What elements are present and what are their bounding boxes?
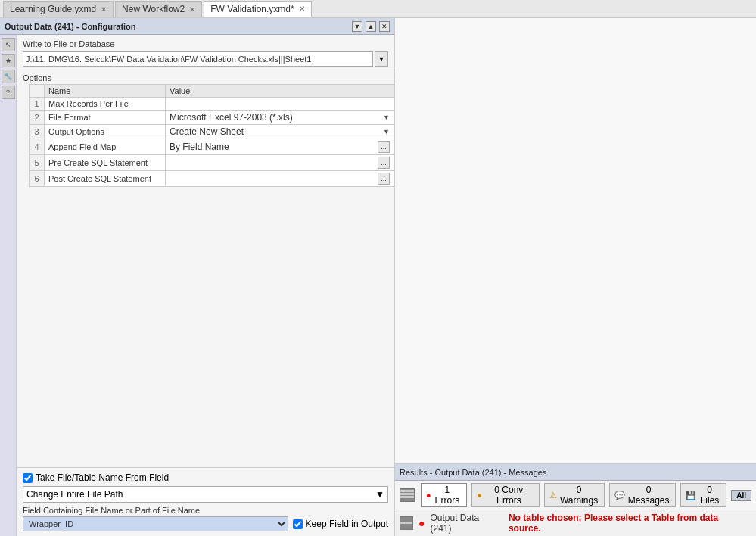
row-value[interactable]: Create New Sheet▼ (166, 125, 394, 139)
message-error-dot: ● (418, 517, 425, 529)
take-file-row: Take File/Table Name From Field (23, 472, 388, 483)
row-name: Max Records Per File (45, 98, 166, 111)
message-text: No table chosen; Please select a Table f… (509, 513, 751, 534)
take-file-checkbox[interactable] (23, 473, 33, 483)
options-table-row: 3Output OptionsCreate New Sheet▼ (30, 125, 394, 139)
results-toolbar: ● 1 Errors ● 0 Conv Errors ⚠ 0 Warnings … (395, 481, 756, 510)
file-path-dropdown[interactable]: ▼ (375, 51, 388, 67)
options-table-row: 4Append Field MapBy Field Name... (30, 139, 394, 155)
row-name: Post Create SQL Statement (45, 171, 166, 187)
write-label: Write to File or Database (23, 39, 388, 48)
results-message-row: ● Output Data (241) No table chosen; Ple… (395, 510, 756, 536)
bottom-section: Take File/Table Name From Field Change E… (17, 467, 394, 536)
tab-close-fwvalidation[interactable]: ✕ (299, 5, 305, 13)
panel-controls: ▼ ▲ ✕ (352, 21, 390, 32)
row-name: Pre Create SQL Statement (45, 155, 166, 171)
left-sidebar: ↖ ★ 🔧 ? (0, 35, 17, 536)
results-panel: Results - Output Data (241) - Messages ●… (395, 463, 756, 536)
close-panel-button[interactable]: ✕ (379, 21, 390, 32)
messages-button[interactable]: 💬 0 Messages (609, 483, 676, 507)
error-icon: ● (426, 491, 431, 500)
keep-field-label: Keep Field in Output (306, 519, 388, 529)
all-button[interactable]: All (731, 490, 751, 501)
warning-icon: ⚠ (549, 491, 557, 500)
tools-icon[interactable]: 🔧 (2, 70, 15, 83)
row-num: 3 (30, 125, 45, 139)
row-num: 6 (30, 171, 45, 187)
errors-button[interactable]: ● 1 Errors (421, 483, 467, 507)
message-source: Output Data (241) (430, 513, 502, 534)
tab-bar: Learning Guide.yxmd ✕ New Workflow2 ✕ FW… (0, 0, 756, 18)
dots-button[interactable]: ... (378, 173, 390, 185)
select-cell[interactable]: Microsoft Excel 97-2003 (*.xls)▼ (170, 112, 390, 123)
tab-new-workflow2[interactable]: New Workflow2 ✕ (115, 1, 202, 17)
files-button[interactable]: 💾 0 Files (680, 483, 726, 507)
change-filepath-dropdown[interactable]: Change Entire File Path ▼ (23, 486, 388, 503)
change-filepath-arrow: ▼ (375, 489, 384, 500)
conv-errors-button[interactable]: ● 0 Conv Errors (471, 483, 540, 507)
warnings-button[interactable]: ⚠ 0 Warnings (544, 483, 605, 507)
results-table-icon (400, 488, 415, 502)
row-name: Output Options (45, 125, 166, 139)
row-value: By Field Name... (166, 139, 394, 155)
col-header-value: Value (166, 85, 394, 98)
results-title-bar: Results - Output Data (241) - Messages (395, 464, 756, 481)
field-row: Wrapper_ID Keep Field in Output (23, 516, 388, 531)
options-table-row: 2File FormatMicrosoft Excel 97-2003 (*.x… (30, 111, 394, 125)
right-panel: ✓ ✓ ! (395, 18, 756, 536)
val-with-dots: ... (170, 173, 390, 185)
options-table-row: 5Pre Create SQL Statement... (30, 155, 394, 171)
tab-close-learning[interactable]: ✕ (101, 5, 107, 14)
files-icon: 💾 (686, 491, 696, 500)
select-cell[interactable]: Create New Sheet▼ (170, 126, 390, 137)
tab-close-workflow2[interactable]: ✕ (189, 5, 195, 14)
options-table-row: 1Max Records Per File (30, 98, 394, 111)
row-value: ... (166, 155, 394, 171)
val-with-dots: ... (170, 157, 390, 169)
favorites-icon[interactable]: ★ (2, 54, 15, 67)
left-panel: Output Data (241) - Configuration ▼ ▲ ✕ … (0, 18, 395, 536)
dots-button[interactable]: ... (378, 141, 390, 153)
dots-button[interactable]: ... (378, 157, 390, 169)
select-arrow-icon: ▼ (383, 114, 390, 121)
file-path-row: ▼ (23, 51, 388, 67)
options-table-container: Name Value 1Max Records Per File2File Fo… (23, 84, 388, 187)
keep-field-row: Keep Field in Output (293, 519, 388, 529)
row-num: 4 (30, 139, 45, 155)
options-table-row: 6Post Create SQL Statement... (30, 171, 394, 187)
options-label: Options (17, 70, 394, 84)
keep-field-checkbox[interactable] (293, 519, 303, 529)
cursor-icon[interactable]: ↖ (2, 38, 15, 51)
row-num: 2 (30, 111, 45, 125)
spacer (17, 187, 394, 467)
col-header-name: Name (45, 85, 166, 98)
message-row-icon (400, 516, 413, 530)
take-file-label: Take File/Table Name From Field (36, 472, 169, 483)
options-table: Name Value 1Max Records Per File2File Fo… (29, 84, 394, 187)
tab-label: FW Validation.yxmd* (210, 4, 294, 14)
val-with-dots: By Field Name... (170, 141, 390, 153)
file-path-input[interactable] (23, 51, 373, 67)
row-value[interactable]: Microsoft Excel 97-2003 (*.xls)▼ (166, 111, 394, 125)
panel-title-bar: Output Data (241) - Configuration ▼ ▲ ✕ (0, 18, 394, 35)
row-name: File Format (45, 111, 166, 125)
help-icon[interactable]: ? (2, 86, 15, 99)
canvas-area: ✓ ✓ ! (395, 18, 756, 463)
tab-fw-validation[interactable]: FW Validation.yxmd* ✕ (204, 1, 311, 17)
main-area: Output Data (241) - Configuration ▼ ▲ ✕ … (0, 18, 756, 536)
field-select[interactable]: Wrapper_ID (23, 516, 288, 531)
tab-label: Learning Guide.yxmd (10, 4, 96, 14)
row-num: 5 (30, 155, 45, 171)
row-value (166, 98, 394, 111)
row-value: ... (166, 171, 394, 187)
pin-button[interactable]: ▼ (352, 21, 362, 32)
select-arrow-icon: ▼ (383, 128, 390, 136)
row-num: 1 (30, 98, 45, 111)
change-filepath-label: Change Entire File Path (26, 489, 123, 500)
tab-label: New Workflow2 (122, 4, 185, 14)
field-label: Field Containing File Name or Part of Fi… (23, 506, 388, 515)
col-header-num (30, 85, 45, 98)
float-button[interactable]: ▲ (366, 21, 376, 32)
tab-learning-guide[interactable]: Learning Guide.yxmd ✕ (3, 1, 114, 17)
write-section: Write to File or Database ▼ (17, 35, 394, 70)
